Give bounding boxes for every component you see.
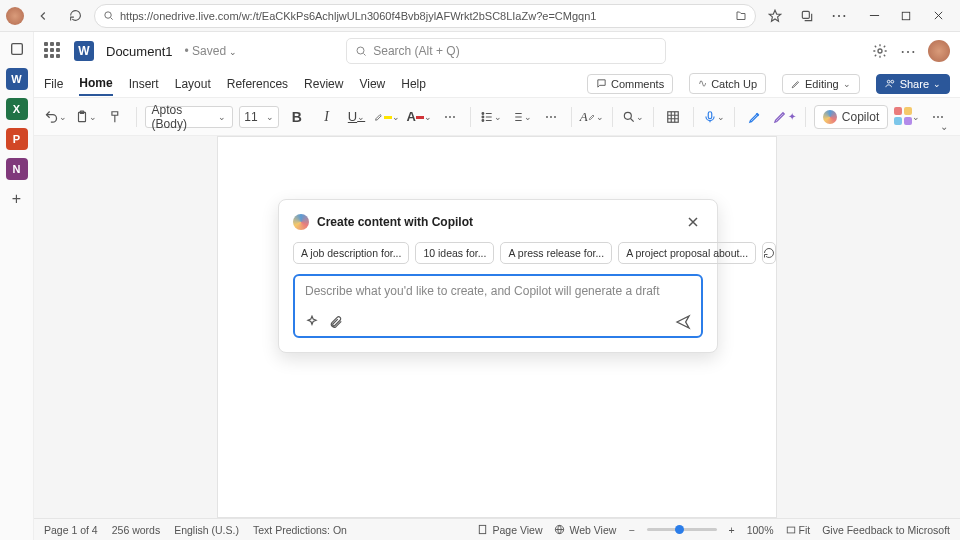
browser-profile-avatar[interactable] bbox=[6, 7, 24, 25]
window-minimize-button[interactable] bbox=[858, 3, 890, 29]
copilot-suggestions: A job description for... 10 ideas for...… bbox=[293, 242, 703, 264]
copilot-suggestion-chip[interactable]: A project proposal about... bbox=[618, 242, 756, 264]
svg-rect-2 bbox=[902, 12, 910, 20]
comments-button[interactable]: Comments bbox=[587, 74, 673, 94]
status-pageview[interactable]: Page View bbox=[477, 524, 542, 536]
editor-button[interactable] bbox=[743, 104, 767, 130]
svg-rect-18 bbox=[787, 527, 795, 533]
font-color-button[interactable]: A⌄ bbox=[406, 104, 432, 130]
catchup-button[interactable]: ∿Catch Up bbox=[689, 73, 766, 94]
share-button[interactable]: Share⌄ bbox=[876, 74, 950, 94]
svg-rect-16 bbox=[480, 525, 486, 533]
designer-button[interactable]: ⌄ bbox=[894, 104, 920, 130]
rail-home-icon[interactable] bbox=[6, 38, 28, 60]
window-maximize-button[interactable] bbox=[890, 3, 922, 29]
copilot-input-container: Describe what you'd like to create, and … bbox=[293, 274, 703, 338]
save-status[interactable]: • Saved ⌄ bbox=[184, 44, 237, 58]
zoom-slider[interactable] bbox=[647, 528, 717, 531]
rail-add-app-button[interactable]: + bbox=[6, 188, 28, 210]
font-more-button[interactable]: ⋯ bbox=[438, 104, 462, 130]
paste-button[interactable]: ⌄ bbox=[74, 104, 98, 130]
zoom-out-button[interactable]: − bbox=[628, 524, 634, 536]
font-family-dropdown[interactable]: Aptos (Body)⌄ bbox=[145, 106, 234, 128]
copilot-prompt-input[interactable]: Describe what you'd like to create, and … bbox=[305, 284, 691, 304]
undo-button[interactable]: ⌄ bbox=[44, 104, 68, 130]
copilot-suggestion-chip[interactable]: 10 ideas for... bbox=[415, 242, 494, 264]
dictate-button[interactable]: ⌄ bbox=[702, 104, 726, 130]
find-button[interactable]: ⌄ bbox=[621, 104, 645, 130]
status-webview[interactable]: Web View bbox=[554, 524, 616, 536]
copilot-refresh-suggestions-button[interactable] bbox=[762, 242, 776, 264]
rail-onenote-icon[interactable]: N bbox=[6, 158, 28, 180]
editing-mode-button[interactable]: Editing⌄ bbox=[782, 74, 860, 94]
svg-rect-15 bbox=[709, 111, 713, 118]
document-name[interactable]: Document1 bbox=[106, 44, 172, 59]
window-close-button[interactable] bbox=[922, 3, 954, 29]
rail-excel-icon[interactable]: X bbox=[6, 98, 28, 120]
app-launcher-icon[interactable] bbox=[44, 42, 62, 60]
table-button[interactable] bbox=[662, 104, 686, 130]
webview-icon bbox=[554, 524, 565, 535]
search-placeholder: Search (Alt + Q) bbox=[373, 44, 459, 58]
fit-icon bbox=[786, 525, 796, 535]
tab-review[interactable]: Review bbox=[304, 73, 343, 95]
copilot-send-button[interactable] bbox=[675, 314, 691, 330]
copilot-draft-panel: Create content with Copilot A job descri… bbox=[278, 199, 718, 353]
status-page[interactable]: Page 1 of 4 bbox=[44, 524, 98, 536]
tab-home[interactable]: Home bbox=[79, 72, 112, 96]
browser-bar: https://onedrive.live.com/w:/t/EaCKkPs6A… bbox=[0, 0, 960, 32]
zoom-in-button[interactable]: + bbox=[729, 524, 735, 536]
bold-button[interactable]: B bbox=[285, 104, 309, 130]
underline-button[interactable]: U ⌄ bbox=[345, 104, 369, 130]
settings-icon[interactable] bbox=[872, 43, 888, 59]
copilot-inspire-icon[interactable] bbox=[305, 315, 319, 329]
favorites-icon[interactable] bbox=[762, 3, 788, 29]
tab-file[interactable]: File bbox=[44, 73, 63, 95]
font-size-dropdown[interactable]: 11⌄ bbox=[239, 106, 278, 128]
status-language[interactable]: English (U.S.) bbox=[174, 524, 239, 536]
fit-button[interactable]: Fit bbox=[786, 524, 811, 536]
browser-back-button[interactable] bbox=[30, 3, 56, 29]
bullets-button[interactable]: ⌄ bbox=[479, 104, 503, 130]
more-icon[interactable]: ⋯ bbox=[900, 42, 916, 61]
document-page[interactable]: Create content with Copilot A job descri… bbox=[217, 136, 777, 518]
browser-menu-icon[interactable]: ⋯ bbox=[826, 3, 852, 29]
tab-references[interactable]: References bbox=[227, 73, 288, 95]
rewrite-button[interactable]: ✦ bbox=[773, 104, 797, 130]
copilot-suggestion-chip[interactable]: A job description for... bbox=[293, 242, 409, 264]
tab-view[interactable]: View bbox=[359, 73, 385, 95]
copilot-button[interactable]: Copilot bbox=[814, 105, 888, 129]
tab-help[interactable]: Help bbox=[401, 73, 426, 95]
format-painter-button[interactable] bbox=[104, 104, 128, 130]
rail-powerpoint-icon[interactable]: P bbox=[6, 128, 28, 150]
tab-insert[interactable]: Insert bbox=[129, 73, 159, 95]
collections-icon[interactable] bbox=[794, 3, 820, 29]
user-avatar[interactable] bbox=[928, 40, 950, 62]
highlight-button[interactable]: ⌄ bbox=[374, 104, 400, 130]
browser-refresh-button[interactable] bbox=[62, 3, 88, 29]
copilot-suggestion-chip[interactable]: A press release for... bbox=[500, 242, 612, 264]
people-icon bbox=[885, 78, 896, 89]
copilot-logo-icon bbox=[293, 214, 309, 230]
feedback-link[interactable]: Give Feedback to Microsoft bbox=[822, 524, 950, 536]
browser-address-bar[interactable]: https://onedrive.live.com/w:/t/EaCKkPs6A… bbox=[94, 4, 756, 28]
zoom-level[interactable]: 100% bbox=[747, 524, 774, 536]
search-input[interactable]: Search (Alt + Q) bbox=[346, 38, 666, 64]
word-logo-icon: W bbox=[74, 41, 94, 61]
status-words[interactable]: 256 words bbox=[112, 524, 160, 536]
tab-layout[interactable]: Layout bbox=[175, 73, 211, 95]
italic-button[interactable]: I bbox=[315, 104, 339, 130]
copilot-close-button[interactable] bbox=[683, 212, 703, 232]
svg-point-6 bbox=[887, 80, 890, 83]
read-aloud-icon[interactable] bbox=[735, 10, 747, 22]
comment-icon bbox=[596, 78, 607, 89]
numbering-button[interactable]: ⌄ bbox=[509, 104, 533, 130]
ribbon-collapse-button[interactable]: ⌄ bbox=[940, 121, 948, 132]
styles-button[interactable]: A⌄ bbox=[580, 104, 604, 130]
svg-point-7 bbox=[891, 80, 894, 83]
status-bar: Page 1 of 4 256 words English (U.S.) Tex… bbox=[34, 518, 960, 540]
rail-word-icon[interactable]: W bbox=[6, 68, 28, 90]
copilot-attach-icon[interactable] bbox=[329, 315, 343, 329]
status-predictions[interactable]: Text Predictions: On bbox=[253, 524, 347, 536]
paragraph-more-button[interactable]: ⋯ bbox=[539, 104, 563, 130]
